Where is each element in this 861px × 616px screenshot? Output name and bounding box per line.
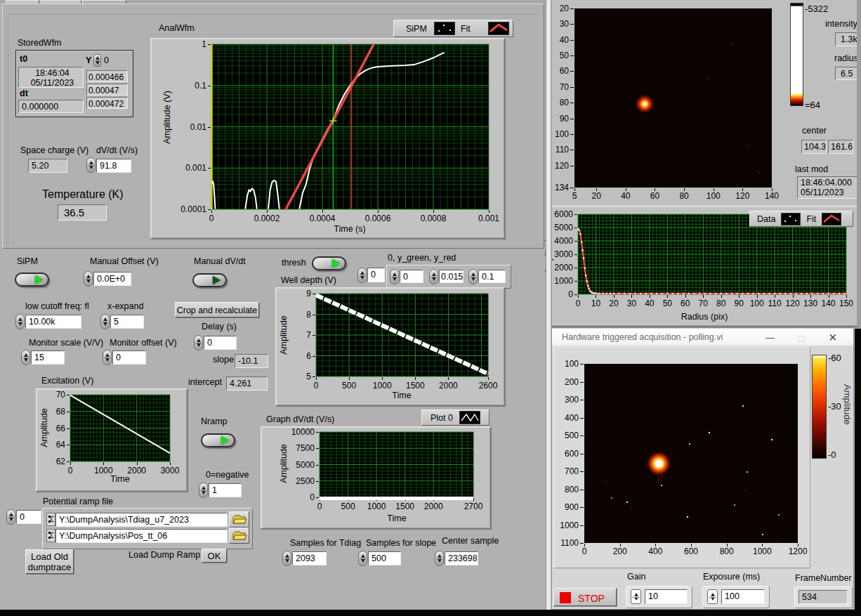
- intensity-image-y-tick: [570, 55, 574, 56]
- exposure-spinner[interactable]: [707, 589, 718, 604]
- radial-legend[interactable]: Data Fit: [749, 211, 853, 227]
- ygr-field-0[interactable]: 0: [367, 268, 385, 282]
- excitation-x-tick: [170, 462, 171, 465]
- plot0-legend-label[interactable]: Plot 0: [430, 413, 453, 423]
- radial-y-tick: [574, 294, 577, 295]
- zero-negative-spinner[interactable]: [199, 483, 208, 498]
- manual-offset-spinner[interactable]: [84, 271, 93, 287]
- delay-field[interactable]: 0: [204, 336, 237, 350]
- y-value-1[interactable]: 0.00047: [86, 84, 128, 96]
- monitor-scale-field[interactable]: 15: [31, 350, 65, 365]
- manual-dvdt-switch[interactable]: [192, 273, 227, 287]
- camera-image-y-tick: [580, 471, 584, 472]
- space-charge-display[interactable]: 5.20: [28, 159, 67, 173]
- graphdvdt-plot-area[interactable]: [320, 432, 473, 497]
- monitor-offset-spinner[interactable]: [103, 350, 112, 365]
- load-dump-ramp-label: Load Dump Ramp: [129, 551, 200, 560]
- low-cutoff-field[interactable]: 10.00k: [25, 315, 81, 329]
- camera-image[interactable]: [584, 364, 798, 543]
- analwfm-x-tick-label: 0.0002: [254, 214, 280, 223]
- space-charge-label: Space charge (V): [20, 146, 88, 155]
- graphdvdt-x-axis-label: Time: [387, 514, 406, 523]
- last-mod-display[interactable]: 18:46:04.000 05/11/2023: [797, 176, 861, 199]
- welldepth-x-tick-label: 2600: [479, 381, 498, 390]
- analwfm-legend[interactable]: SiPM Fit: [393, 20, 513, 37]
- x-expand-field[interactable]: 5: [110, 315, 144, 329]
- dt-display[interactable]: 0.000000: [18, 100, 84, 113]
- y-index-spinner[interactable]: [93, 54, 101, 67]
- ygr-spinner-1[interactable]: [390, 269, 399, 284]
- radius-label: radius: [834, 54, 858, 63]
- samples-tdiag-field[interactable]: 2093: [292, 551, 327, 565]
- delay-label: Delay (s): [202, 322, 237, 332]
- ramp-path-field-2[interactable]: Y:\DumpAnalysis\Pos_tt_06: [55, 529, 228, 543]
- excitation-plot-area[interactable]: [70, 395, 170, 461]
- analwfm-title: AnalWfm: [159, 24, 195, 33]
- crop-recalculate-button[interactable]: Crop and recalculate: [175, 302, 259, 317]
- radial-legend-fit[interactable]: Fit: [806, 214, 816, 224]
- center-x-display[interactable]: 104.3: [801, 140, 827, 154]
- low-cutoff-spinner[interactable]: [15, 314, 25, 329]
- exposure-field[interactable]: 100: [721, 589, 765, 604]
- y-index-value[interactable]: 0: [104, 56, 109, 65]
- temperature-display[interactable]: 36.5: [58, 204, 107, 221]
- plot0-legend[interactable]: Plot 0: [421, 409, 489, 426]
- radial-x-tick: [757, 295, 758, 298]
- ygr-spinner-3[interactable]: [468, 269, 478, 284]
- gain-field[interactable]: 10: [645, 589, 688, 604]
- welldepth-plot-area[interactable]: [316, 294, 488, 376]
- maximize-button[interactable]: □: [798, 332, 804, 344]
- ygr-field-1[interactable]: 0: [400, 270, 423, 283]
- browse-button-1[interactable]: [229, 511, 249, 527]
- manual-offset-field[interactable]: 0.0E+0: [93, 272, 131, 286]
- ramp-index-spinner[interactable]: [6, 509, 15, 525]
- analwfm-legend-fit[interactable]: Fit: [461, 24, 471, 34]
- stop-button[interactable]: STOP: [553, 588, 617, 606]
- slope-display[interactable]: -10.1: [235, 354, 268, 368]
- ygr-field-3[interactable]: 0.1: [478, 270, 506, 283]
- center-y-display[interactable]: 161.6: [828, 140, 853, 154]
- nramp-switch[interactable]: [201, 433, 235, 447]
- ygr-spinner-2[interactable]: [429, 269, 438, 284]
- ramp-index-field[interactable]: 0: [16, 510, 41, 524]
- dvdt-field[interactable]: 91.8: [96, 159, 131, 173]
- minimize-button[interactable]: —: [765, 332, 775, 343]
- zero-negative-field[interactable]: 1: [209, 483, 242, 497]
- y-value-2[interactable]: 0.000472: [86, 97, 128, 109]
- gain-spinner[interactable]: [631, 589, 641, 604]
- t0-display[interactable]: 18:46:04 05/11/2023: [18, 67, 84, 88]
- ygr-spinner-0[interactable]: [357, 268, 367, 283]
- center-sample-spinner[interactable]: [435, 551, 444, 566]
- intensity-colorbar[interactable]: [790, 3, 803, 106]
- ok-button[interactable]: OK: [202, 549, 227, 563]
- dvdt-spinner[interactable]: [86, 157, 96, 173]
- samples-slope-spinner[interactable]: [358, 551, 367, 566]
- intercept-display[interactable]: 4.261: [226, 376, 268, 391]
- camera-image-x-tick: [691, 544, 692, 546]
- delay-spinner[interactable]: [194, 335, 203, 350]
- monitor-offset-field[interactable]: 0: [112, 350, 146, 365]
- analwfm-plot-area[interactable]: [211, 44, 489, 209]
- y-value-0[interactable]: 0.000466: [86, 70, 128, 82]
- thresh-switch[interactable]: [312, 256, 346, 270]
- ramp-path-field-1[interactable]: Y:\DumpAnalysis\Tdiag_u7_2023: [55, 513, 228, 527]
- x-expand-spinner[interactable]: [100, 314, 110, 329]
- radial-legend-data[interactable]: Data: [757, 214, 775, 224]
- close-button[interactable]: ×: [829, 329, 837, 346]
- analwfm-legend-sipm[interactable]: SiPM: [406, 24, 427, 34]
- path-type-icon-2: [46, 529, 55, 542]
- sipm-switch[interactable]: [15, 273, 49, 287]
- radial-y-tick-label: 2000: [554, 263, 573, 272]
- last-mod-line1: 18:46:04.000: [801, 178, 852, 188]
- intensity-image[interactable]: [574, 8, 772, 188]
- ygr-field-2[interactable]: 0.015: [439, 270, 464, 283]
- samples-tdiag-spinner[interactable]: [282, 551, 291, 566]
- load-old-dumptrace-button[interactable]: Load Olddumptrace: [25, 549, 74, 574]
- excitation-x-tick-label: 3000: [161, 466, 180, 475]
- center-sample-field[interactable]: 233698: [445, 551, 478, 565]
- radial-x-tick: [739, 295, 740, 298]
- samples-slope-field[interactable]: 500: [368, 551, 401, 565]
- monitor-scale-spinner[interactable]: [21, 350, 30, 365]
- camera-colorbar[interactable]: [812, 355, 827, 459]
- browse-button-2[interactable]: [229, 527, 249, 544]
